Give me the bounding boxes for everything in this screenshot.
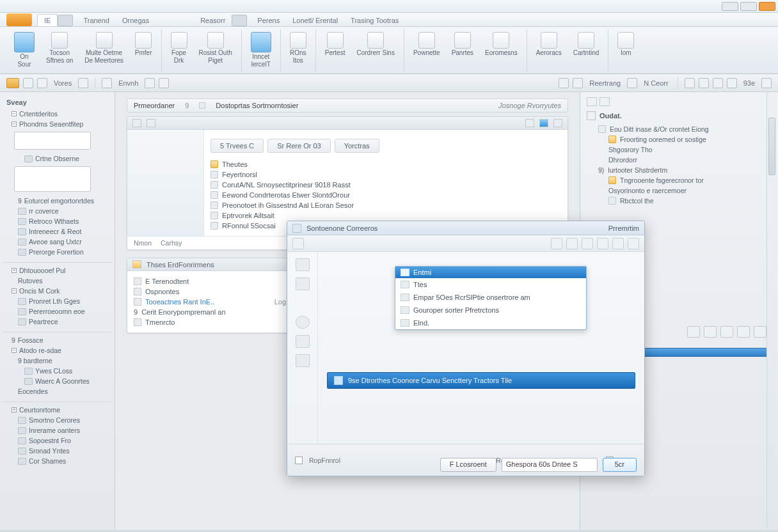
dialog-selection-bar[interactable]: 9se Dtrorthes Coonore Carvu Sencttery Tr… xyxy=(327,372,635,389)
tool-btn[interactable] xyxy=(687,326,700,338)
nav-item[interactable]: 9Eoturcel emgortonrtdes xyxy=(3,196,112,206)
pane-tool-icon[interactable] xyxy=(599,97,610,106)
nav-section[interactable]: +Ceurtonrtome xyxy=(3,402,112,415)
ribbon-btn-pmfer[interactable]: Pmfer xyxy=(132,31,155,58)
dropdown-item[interactable]: Ttes xyxy=(395,278,586,291)
list-item[interactable]: Eptrvorek Ailtsait xyxy=(210,210,561,221)
doc-icon[interactable] xyxy=(539,119,548,127)
nav-item[interactable]: Prerorge Forertion xyxy=(3,247,112,257)
ribbon-btn-rosist[interactable]: Rosist OuthPiget xyxy=(196,31,235,65)
props-item[interactable]: Tngrooente fsgerecronor tor xyxy=(587,175,772,185)
props-item[interactable]: Eou Ditt inase &/Or crontet Eiong xyxy=(587,124,772,134)
list-item[interactable]: E Terenodtent xyxy=(134,276,286,286)
tool-btn[interactable] xyxy=(78,78,88,88)
tool-btn[interactable] xyxy=(627,78,637,88)
dialog-ok-button[interactable]: 5cr xyxy=(603,458,637,472)
ribbon-btn-rons[interactable]: ROnsItos xyxy=(287,31,309,65)
list-item[interactable]: Preonotoet ih Gissestnd Aal LEoran Sesor xyxy=(210,200,561,210)
dialog-type-select[interactable]: Ghespora 60s Dntee S xyxy=(502,458,598,472)
inner-tab[interactable]: 5 Trvees C xyxy=(210,139,264,153)
expand-icon[interactable]: − xyxy=(12,111,17,116)
dialog-titlebar[interactable]: Sontoenone Correeros Prremrtim xyxy=(287,221,644,235)
nav-item[interactable]: Peartrece xyxy=(3,317,112,327)
ribbon-btn-inncet[interactable]: InncetlercelT xyxy=(248,31,274,69)
props-item[interactable]: Froorting ooremed or sostige xyxy=(587,134,772,145)
nav-item[interactable]: Sopoestnt Fro xyxy=(3,435,112,446)
nav-item[interactable]: −Phondms Seaentfitep xyxy=(3,119,112,129)
nav-item[interactable]: Rutoves xyxy=(3,276,112,286)
tool-btn[interactable] xyxy=(713,78,723,88)
tool-btn[interactable] xyxy=(685,78,695,88)
ribbon-tab-3[interactable]: Ornegas xyxy=(116,15,155,26)
ribbon-tab-1[interactable]: IE xyxy=(37,14,58,26)
nav-item[interactable]: Ywes CLoss xyxy=(3,366,112,376)
folder-icon[interactable] xyxy=(6,78,19,88)
tool-btn[interactable] xyxy=(159,78,169,88)
nav-item[interactable]: 9 bardterne xyxy=(3,356,112,366)
places-icon[interactable] xyxy=(296,258,310,271)
dialog-btn[interactable]: F Lcosroent xyxy=(440,458,496,472)
ribbon-btn-panrtes[interactable]: Panrtes xyxy=(449,31,476,58)
nav-item[interactable]: Intreneecr & Reot xyxy=(3,226,112,237)
props-item[interactable]: Dhrordorr xyxy=(587,155,772,165)
ribbon-btn-pertest[interactable]: Pertest xyxy=(322,31,348,58)
nav-item[interactable]: −Crtentderitos xyxy=(3,109,112,119)
dialog-tool-btn[interactable] xyxy=(292,238,304,249)
ribbon-btn-on[interactable]: OnSour xyxy=(12,31,37,69)
places-icon[interactable] xyxy=(296,316,310,329)
tool-btn[interactable] xyxy=(699,78,709,88)
nav-item[interactable]: Smortno Cerores xyxy=(3,415,112,425)
dropdown-header[interactable]: Entmi xyxy=(395,267,586,278)
list-item[interactable]: Eewond Condrterotas Etwer SlontdOrour xyxy=(210,190,561,200)
scrollbar-thumb[interactable] xyxy=(768,118,775,175)
tool-btn[interactable] xyxy=(737,326,750,338)
list-item[interactable]: Feyertnorsl xyxy=(210,169,561,180)
inner-tab[interactable]: Yorctras xyxy=(335,139,379,153)
tool-btn[interactable] xyxy=(727,78,737,88)
ribbon-btn-cordrerr[interactable]: Cordrerr Sins xyxy=(354,31,397,58)
nav-item[interactable]: rr coverce xyxy=(3,206,112,216)
nav-section[interactable]: −Atodo re-sdae xyxy=(3,345,112,356)
ribbon-tab-quick2[interactable] xyxy=(232,15,247,26)
dialog-tool-btn[interactable] xyxy=(628,238,639,249)
list-item[interactable]: Ospnontes xyxy=(134,286,286,297)
nav-item[interactable]: Pronret Lth Gges xyxy=(3,296,112,306)
tool-btn[interactable] xyxy=(102,78,112,88)
doc-tab[interactable]: Dostoprtas Sortrnorntosier xyxy=(216,102,298,109)
expand-icon[interactable]: + xyxy=(12,268,17,273)
doc-tab[interactable]: Prmeordaner xyxy=(134,102,175,109)
vertical-scrollbar[interactable] xyxy=(766,92,777,528)
nav-thumbnail[interactable] xyxy=(14,166,91,192)
nav-item[interactable]: Cor Shames xyxy=(3,456,112,466)
ribbon-btn-multe[interactable]: Multe OetmeDe Meertores xyxy=(82,31,126,65)
tool-btn[interactable] xyxy=(704,326,717,338)
ribbon-btn-eoromesns[interactable]: Eoromesns xyxy=(482,31,520,58)
nav-item[interactable]: Aveoe sang Uxtcr xyxy=(3,237,112,247)
expand-icon[interactable]: − xyxy=(12,348,17,353)
app-orb-button[interactable] xyxy=(6,13,32,26)
ribbon-tab-5[interactable]: Perens xyxy=(251,15,286,26)
nav-item[interactable]: Waerc A Goonrtes xyxy=(3,376,112,386)
dialog-dropdown[interactable]: Entmi Ttes Empar 5Oes RcrSIPtie onsertro… xyxy=(395,266,587,330)
ribbon-tab-7[interactable]: Trasing Tootras xyxy=(344,15,405,26)
tool-btn[interactable] xyxy=(37,78,47,88)
nav-item[interactable]: Retroco Wthaets xyxy=(3,216,112,226)
pane-tool-icon[interactable] xyxy=(587,97,597,106)
dialog-tool-btn[interactable] xyxy=(597,238,608,249)
ribbon-btn-pownette[interactable]: Pownette xyxy=(411,31,443,58)
places-icon[interactable] xyxy=(296,354,310,367)
nav-item[interactable]: Inrerame oanters xyxy=(3,425,112,435)
dialog-tool-btn[interactable] xyxy=(612,238,624,249)
props-item[interactable]: Osyorinonto e raercemoer xyxy=(587,185,772,196)
tool-btn[interactable] xyxy=(145,78,155,88)
list-item[interactable]: CorutA/NL Srnoysectitprinesr 9018 Rasst xyxy=(210,180,561,190)
ribbon-tab-quick[interactable] xyxy=(58,15,73,26)
expand-icon[interactable]: − xyxy=(12,288,17,293)
nav-section[interactable]: −Oncis M Cork xyxy=(3,286,112,296)
nav-item[interactable]: Eocendes xyxy=(3,386,112,396)
ribbon-tab-6[interactable]: Lonetl/ Erental xyxy=(286,15,344,26)
nav-section[interactable]: +Dhtouoooef Pul xyxy=(3,262,112,276)
nav-thumbnail[interactable] xyxy=(14,132,91,150)
tool-btn[interactable] xyxy=(573,78,583,88)
props-item[interactable]: Rbctcol the xyxy=(587,196,772,206)
